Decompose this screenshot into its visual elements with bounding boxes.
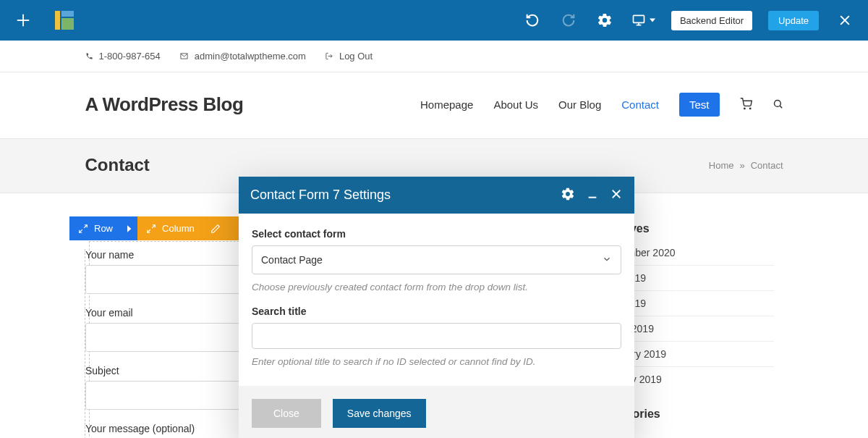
- chevron-down-icon: [602, 254, 612, 266]
- logout-text: Log Out: [339, 51, 373, 62]
- search-title-label: Search title: [252, 306, 621, 317]
- nav-about[interactable]: About Us: [493, 98, 538, 111]
- select-form-label: Select contact form: [252, 228, 621, 240]
- svg-point-9: [744, 108, 744, 109]
- settings-modal: Contact Form 7 Settings Select contact f…: [239, 177, 634, 438]
- svg-marker-15: [127, 225, 131, 232]
- modal-save-button[interactable]: Save changes: [333, 399, 426, 428]
- cart-icon[interactable]: [740, 98, 752, 112]
- select-form-hint: Choose previously created contact form f…: [252, 282, 621, 292]
- nav-contact[interactable]: Contact: [621, 98, 659, 111]
- modal-minimize-icon[interactable]: [587, 188, 598, 203]
- crumb-current: Contact: [751, 160, 783, 171]
- update-button[interactable]: Update: [768, 11, 819, 30]
- svg-marker-5: [650, 19, 655, 22]
- search-title-input[interactable]: [252, 323, 621, 349]
- utility-bar: 1-800-987-654 admin@totalwptheme.com Log…: [85, 41, 783, 72]
- svg-line-12: [780, 106, 782, 108]
- vc-column-tab[interactable]: Column: [137, 216, 203, 240]
- main-nav: A WordPress Blog Homepage About Us Our B…: [85, 72, 783, 138]
- svg-line-14: [80, 229, 82, 232]
- templates-icon[interactable]: [55, 11, 74, 30]
- modal-settings-icon[interactable]: [561, 187, 575, 204]
- svg-line-13: [84, 224, 87, 227]
- phone-item: 1-800-987-654: [85, 51, 161, 62]
- svg-rect-2: [633, 15, 644, 22]
- email-text: admin@totalwptheme.com: [195, 51, 306, 62]
- settings-icon[interactable]: [595, 10, 615, 30]
- vc-row-tab[interactable]: Row: [69, 216, 122, 240]
- modal-title: Contact Form 7 Settings: [250, 188, 391, 203]
- editor-bar: Backend Editor Update: [0, 0, 868, 41]
- backend-editor-button[interactable]: Backend Editor: [671, 11, 752, 30]
- phone-text: 1-800-987-654: [99, 51, 161, 62]
- search-title-hint: Enter optional title to search if no ID …: [252, 356, 621, 367]
- close-editor-icon[interactable]: [835, 10, 855, 30]
- vc-row-more[interactable]: [122, 216, 137, 240]
- site-title: A WordPress Blog: [85, 93, 244, 116]
- logout-link[interactable]: Log Out: [325, 51, 373, 62]
- nav-test[interactable]: Test: [679, 93, 720, 117]
- email-item: admin@totalwptheme.com: [179, 51, 306, 62]
- vc-edit-icon[interactable]: [203, 216, 228, 240]
- svg-line-16: [152, 224, 155, 227]
- svg-point-11: [774, 100, 780, 106]
- nav-homepage[interactable]: Homepage: [420, 98, 473, 111]
- svg-point-10: [749, 108, 750, 109]
- svg-line-17: [148, 229, 150, 232]
- undo-icon[interactable]: [522, 10, 542, 30]
- nav-blog[interactable]: Our Blog: [558, 98, 601, 111]
- crumb-home[interactable]: Home: [709, 160, 734, 171]
- redo-icon: [558, 10, 579, 30]
- modal-close-icon[interactable]: [610, 188, 623, 203]
- modal-close-button[interactable]: Close: [252, 399, 321, 428]
- add-element-icon[interactable]: [13, 10, 33, 30]
- viewport-toggle[interactable]: [631, 13, 655, 28]
- contact-form-select[interactable]: Contact Page: [252, 245, 621, 274]
- search-icon[interactable]: [773, 98, 783, 111]
- page-title: Contact: [85, 155, 150, 175]
- breadcrumb: Home » Contact: [709, 160, 783, 171]
